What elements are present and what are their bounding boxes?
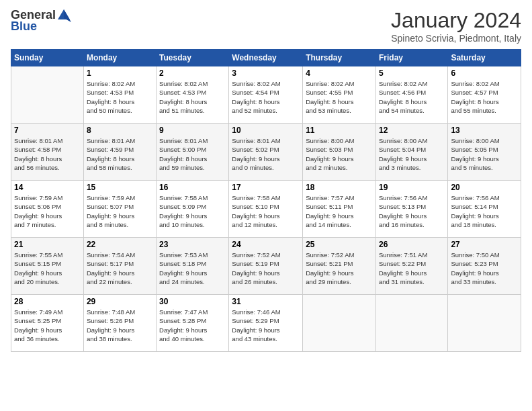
day-number: 21	[14, 240, 81, 249]
day-number: 26	[379, 240, 445, 249]
day-number: 17	[232, 183, 300, 192]
calendar-cell: 20Sunrise: 7:56 AM Sunset: 5:14 PM Dayli…	[448, 181, 521, 238]
day-info: Sunrise: 7:51 AM Sunset: 5:22 PM Dayligh…	[379, 250, 445, 286]
day-number: 2	[159, 68, 226, 78]
calendar-cell	[303, 295, 376, 352]
day-info: Sunrise: 8:02 AM Sunset: 4:53 PM Dayligh…	[159, 79, 226, 115]
day-number: 7	[14, 126, 81, 135]
calendar-cell: 27Sunrise: 7:50 AM Sunset: 5:23 PM Dayli…	[448, 238, 521, 295]
day-info: Sunrise: 7:48 AM Sunset: 5:26 PM Dayligh…	[87, 308, 153, 343]
calendar-cell: 12Sunrise: 8:00 AM Sunset: 5:04 PM Dayli…	[375, 124, 447, 181]
day-info: Sunrise: 8:00 AM Sunset: 5:04 PM Dayligh…	[379, 136, 445, 172]
day-info: Sunrise: 8:00 AM Sunset: 5:03 PM Dayligh…	[306, 136, 373, 172]
week-row-3: 21Sunrise: 7:55 AM Sunset: 5:15 PM Dayli…	[11, 238, 521, 295]
day-number: 22	[87, 240, 153, 249]
calendar-cell: 7Sunrise: 8:01 AM Sunset: 4:58 PM Daylig…	[11, 124, 84, 181]
day-number: 27	[451, 240, 518, 249]
calendar-cell: 15Sunrise: 7:59 AM Sunset: 5:07 PM Dayli…	[83, 181, 156, 238]
calendar-cell: 8Sunrise: 8:01 AM Sunset: 4:59 PM Daylig…	[83, 124, 156, 181]
day-info: Sunrise: 7:56 AM Sunset: 5:14 PM Dayligh…	[451, 193, 518, 229]
day-info: Sunrise: 7:56 AM Sunset: 5:13 PM Dayligh…	[379, 193, 445, 229]
day-number: 24	[232, 240, 300, 249]
day-number: 6	[451, 68, 518, 78]
calendar-cell: 24Sunrise: 7:52 AM Sunset: 5:19 PM Dayli…	[229, 238, 303, 295]
weekday-header-monday: Monday	[83, 50, 156, 66]
day-number: 23	[159, 240, 226, 249]
weekday-header-tuesday: Tuesday	[157, 50, 229, 66]
logo-icon	[56, 7, 71, 22]
day-number: 3	[232, 68, 300, 78]
day-info: Sunrise: 7:53 AM Sunset: 5:18 PM Dayligh…	[159, 250, 226, 286]
day-info: Sunrise: 7:59 AM Sunset: 5:07 PM Dayligh…	[87, 193, 153, 229]
day-number: 31	[232, 297, 300, 306]
logo: General Blue	[11, 8, 71, 34]
day-number: 28	[14, 297, 81, 306]
calendar-cell: 26Sunrise: 7:51 AM Sunset: 5:22 PM Dayli…	[375, 238, 447, 295]
calendar-cell: 28Sunrise: 7:49 AM Sunset: 5:25 PM Dayli…	[11, 295, 84, 352]
page: General Blue January 2024 Spineto Scrivi…	[0, 0, 532, 411]
calendar-cell: 25Sunrise: 7:52 AM Sunset: 5:21 PM Dayli…	[303, 238, 376, 295]
day-number: 12	[379, 126, 445, 135]
title-area: January 2024 Spineto Scrivia, Piedmont, …	[391, 8, 521, 44]
week-row-1: 7Sunrise: 8:01 AM Sunset: 4:58 PM Daylig…	[11, 124, 521, 181]
day-info: Sunrise: 8:02 AM Sunset: 4:53 PM Dayligh…	[87, 79, 153, 115]
day-number: 5	[379, 68, 445, 78]
week-row-2: 14Sunrise: 7:59 AM Sunset: 5:06 PM Dayli…	[11, 181, 521, 238]
calendar-table: SundayMondayTuesdayWednesdayThursdayFrid…	[11, 49, 521, 352]
day-info: Sunrise: 7:58 AM Sunset: 5:10 PM Dayligh…	[232, 193, 300, 229]
day-number: 20	[451, 183, 518, 192]
weekday-header-sunday: Sunday	[11, 50, 84, 66]
day-number: 19	[379, 183, 445, 192]
calendar-cell: 16Sunrise: 7:58 AM Sunset: 5:09 PM Dayli…	[157, 181, 229, 238]
day-number: 11	[306, 126, 373, 135]
day-info: Sunrise: 7:49 AM Sunset: 5:25 PM Dayligh…	[14, 308, 81, 343]
header: General Blue January 2024 Spineto Scrivi…	[11, 8, 521, 44]
day-info: Sunrise: 7:50 AM Sunset: 5:23 PM Dayligh…	[451, 250, 518, 286]
calendar-cell: 30Sunrise: 7:47 AM Sunset: 5:28 PM Dayli…	[157, 295, 229, 352]
calendar-cell: 29Sunrise: 7:48 AM Sunset: 5:26 PM Dayli…	[83, 295, 156, 352]
day-info: Sunrise: 8:01 AM Sunset: 5:02 PM Dayligh…	[232, 136, 300, 172]
day-info: Sunrise: 7:52 AM Sunset: 5:21 PM Dayligh…	[306, 250, 373, 286]
calendar-cell: 6Sunrise: 8:02 AM Sunset: 4:57 PM Daylig…	[448, 66, 521, 124]
weekday-header-row: SundayMondayTuesdayWednesdayThursdayFrid…	[11, 50, 521, 66]
day-info: Sunrise: 8:01 AM Sunset: 4:58 PM Dayligh…	[14, 136, 81, 172]
day-number: 10	[232, 126, 300, 135]
day-info: Sunrise: 8:02 AM Sunset: 4:54 PM Dayligh…	[232, 79, 300, 115]
calendar-cell	[375, 295, 447, 352]
calendar-cell: 1Sunrise: 8:02 AM Sunset: 4:53 PM Daylig…	[83, 66, 156, 124]
calendar-cell: 14Sunrise: 7:59 AM Sunset: 5:06 PM Dayli…	[11, 181, 84, 238]
weekday-header-saturday: Saturday	[448, 50, 521, 66]
week-row-0: 1Sunrise: 8:02 AM Sunset: 4:53 PM Daylig…	[11, 66, 521, 124]
day-info: Sunrise: 7:57 AM Sunset: 5:11 PM Dayligh…	[306, 193, 373, 229]
calendar-cell: 13Sunrise: 8:00 AM Sunset: 5:05 PM Dayli…	[448, 124, 521, 181]
calendar-cell: 10Sunrise: 8:01 AM Sunset: 5:02 PM Dayli…	[229, 124, 303, 181]
calendar-cell: 18Sunrise: 7:57 AM Sunset: 5:11 PM Dayli…	[303, 181, 376, 238]
month-title: January 2024	[391, 8, 521, 33]
logo-blue: Blue	[11, 19, 37, 34]
day-number: 25	[306, 240, 373, 249]
day-number: 8	[87, 126, 153, 135]
week-row-4: 28Sunrise: 7:49 AM Sunset: 5:25 PM Dayli…	[11, 295, 521, 352]
weekday-header-thursday: Thursday	[303, 50, 376, 66]
weekday-header-friday: Friday	[375, 50, 447, 66]
day-info: Sunrise: 7:55 AM Sunset: 5:15 PM Dayligh…	[14, 250, 81, 286]
calendar-cell: 17Sunrise: 7:58 AM Sunset: 5:10 PM Dayli…	[229, 181, 303, 238]
day-number: 13	[451, 126, 518, 135]
calendar-cell: 4Sunrise: 8:02 AM Sunset: 4:55 PM Daylig…	[303, 66, 376, 124]
day-info: Sunrise: 8:01 AM Sunset: 5:00 PM Dayligh…	[159, 136, 226, 172]
calendar-cell: 11Sunrise: 8:00 AM Sunset: 5:03 PM Dayli…	[303, 124, 376, 181]
day-info: Sunrise: 7:58 AM Sunset: 5:09 PM Dayligh…	[159, 193, 226, 229]
day-number: 30	[159, 297, 226, 306]
calendar-cell: 23Sunrise: 7:53 AM Sunset: 5:18 PM Dayli…	[157, 238, 229, 295]
day-number: 14	[14, 183, 81, 192]
day-number: 18	[306, 183, 373, 192]
calendar-cell: 19Sunrise: 7:56 AM Sunset: 5:13 PM Dayli…	[375, 181, 447, 238]
calendar-cell: 3Sunrise: 8:02 AM Sunset: 4:54 PM Daylig…	[229, 66, 303, 124]
calendar-cell: 9Sunrise: 8:01 AM Sunset: 5:00 PM Daylig…	[157, 124, 229, 181]
day-info: Sunrise: 8:01 AM Sunset: 4:59 PM Dayligh…	[87, 136, 153, 172]
day-info: Sunrise: 8:02 AM Sunset: 4:56 PM Dayligh…	[379, 79, 445, 115]
calendar-cell: 21Sunrise: 7:55 AM Sunset: 5:15 PM Dayli…	[11, 238, 84, 295]
day-info: Sunrise: 7:47 AM Sunset: 5:28 PM Dayligh…	[159, 308, 226, 343]
day-info: Sunrise: 7:52 AM Sunset: 5:19 PM Dayligh…	[232, 250, 300, 286]
weekday-header-wednesday: Wednesday	[229, 50, 303, 66]
